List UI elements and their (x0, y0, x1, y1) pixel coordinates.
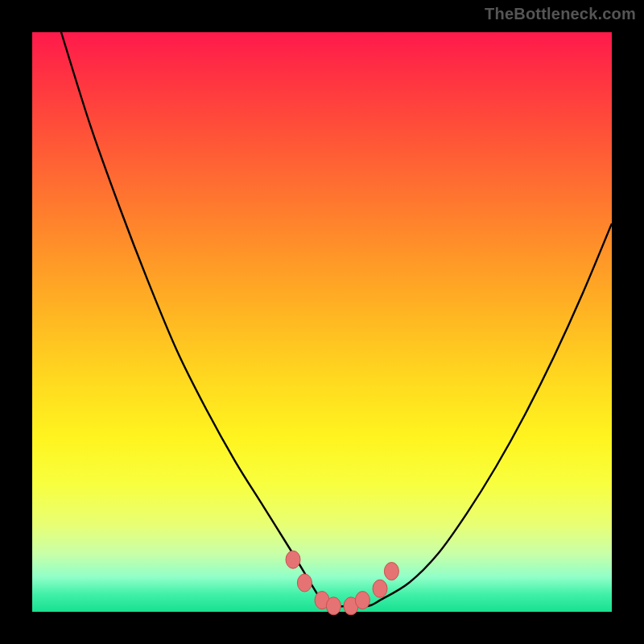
highlight-dot (373, 580, 387, 597)
highlight-dot (297, 574, 312, 592)
highlight-dot (384, 563, 398, 580)
highlight-dot (355, 592, 369, 609)
chart-frame: TheBottleneck.com (0, 0, 644, 644)
highlight-dot (326, 597, 341, 615)
highlight-dot (286, 551, 300, 568)
plot-area (32, 32, 612, 612)
marker-group (286, 551, 398, 615)
bottleneck-curve (61, 32, 612, 606)
watermark-text: TheBottleneck.com (485, 5, 636, 23)
curve-svg (32, 32, 612, 612)
